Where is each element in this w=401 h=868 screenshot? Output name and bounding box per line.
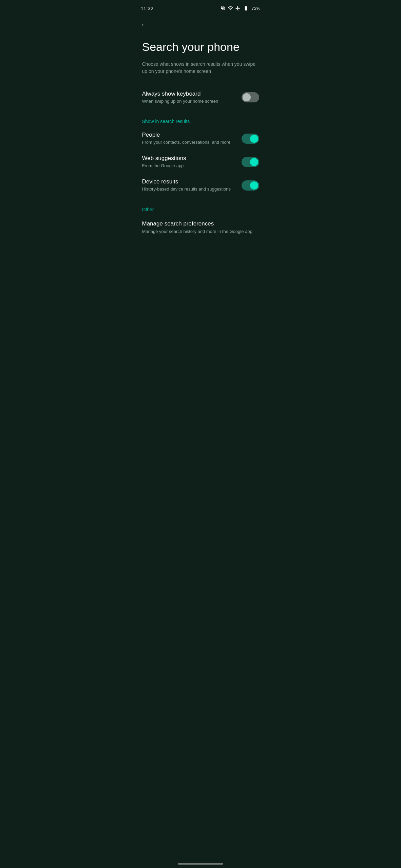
status-icons: 73% (220, 5, 260, 11)
manage-search-preferences-item[interactable]: Manage search preferences Manage your se… (142, 215, 259, 240)
device-results-subtitle: History-based device results and suggest… (142, 186, 236, 192)
people-title: People (142, 132, 236, 138)
status-bar: 11:32 73% (134, 0, 267, 15)
web-suggestions-text: Web suggestions From the Google app (142, 155, 236, 169)
battery-icon (243, 5, 249, 11)
people-subtitle: From your contacts, conversations, and m… (142, 139, 236, 145)
device-results-toggle[interactable] (242, 180, 259, 191)
toggle-knob (243, 93, 251, 101)
wifi-icon (228, 5, 233, 11)
web-suggestions-toggle[interactable] (242, 157, 259, 167)
device-results-toggle-knob (250, 181, 258, 190)
mute-icon (220, 5, 226, 11)
battery-percent: 73% (251, 6, 260, 11)
always-show-keyboard-text: Always show keyboard When swiping up on … (142, 91, 236, 104)
always-show-keyboard-subtitle: When swiping up on your home screen (142, 98, 236, 104)
people-text: People From your contacts, conversations… (142, 132, 236, 145)
manage-search-title: Manage search preferences (142, 220, 259, 227)
web-suggestions-title: Web suggestions (142, 155, 236, 162)
page-title: Search your phone (142, 40, 259, 54)
back-arrow-icon: ← (141, 20, 148, 29)
device-results-title: Device results (142, 178, 236, 185)
people-setting: People From your contacts, conversations… (142, 127, 259, 150)
always-show-keyboard-toggle[interactable] (242, 92, 259, 102)
device-results-text: Device results History-based device resu… (142, 178, 236, 192)
status-time: 11:32 (141, 5, 154, 11)
airplane-icon (235, 5, 241, 11)
other-section-header: Other (142, 200, 259, 215)
always-show-keyboard-setting: Always show keyboard When swiping up on … (142, 86, 259, 109)
page-description: Choose what shows in search results when… (142, 61, 259, 75)
manage-search-subtitle: Manage your search history and more in t… (142, 229, 259, 235)
people-toggle-knob (250, 135, 258, 143)
device-results-setting: Device results History-based device resu… (142, 174, 259, 197)
web-suggestions-setting: Web suggestions From the Google app (142, 150, 259, 174)
page-content: Search your phone Choose what shows in s… (134, 32, 267, 254)
show-in-search-results-header: Show in search results (142, 112, 259, 127)
back-button[interactable]: ← (134, 15, 267, 32)
web-suggestions-toggle-knob (250, 158, 258, 166)
always-show-keyboard-title: Always show keyboard (142, 91, 236, 97)
people-toggle[interactable] (242, 134, 259, 144)
web-suggestions-subtitle: From the Google app (142, 163, 236, 169)
